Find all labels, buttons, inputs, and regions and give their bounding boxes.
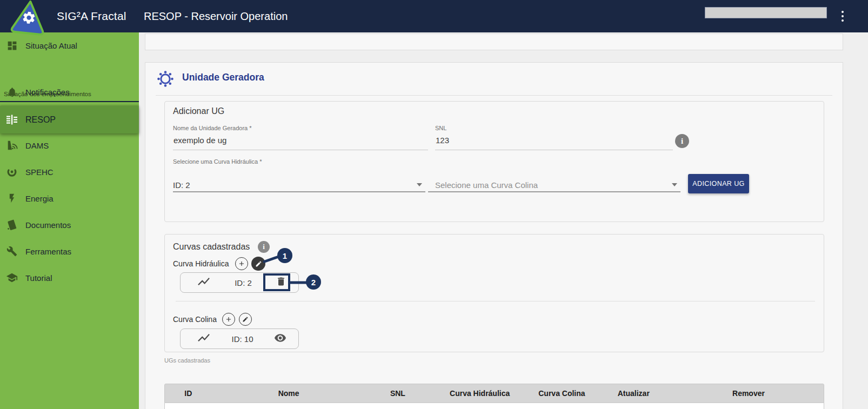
colina-chip-id: ID: 10 (231, 334, 253, 344)
kebab-menu-icon[interactable] (837, 6, 848, 26)
section-title: Unidade Geradora (182, 72, 264, 83)
curva-hidraulica-label: Curva Hidráulica (173, 259, 229, 268)
snl-info-icon[interactable]: i (675, 134, 689, 148)
sidebar-item-label: DAMS (25, 141, 49, 150)
sidebar-item-label: Energia (25, 194, 54, 203)
sidebar-item-ferramentas[interactable]: Ferramentas (0, 244, 139, 259)
line-chart-icon (197, 331, 211, 347)
colina-curve-select[interactable]: Selecione uma Curva Colina (428, 178, 680, 192)
sidebar-item-tutorial[interactable]: Tutorial (0, 270, 139, 285)
name-field-label: Nome da Unidade Geradora * (173, 125, 252, 131)
section-divider (156, 95, 832, 96)
curves-title: Curvas cadastradas (173, 242, 250, 252)
adicionar-ug-card (164, 101, 824, 222)
sidebar-item-label: SPEHC (25, 167, 54, 177)
sidebar-item-energia[interactable]: Energia (0, 191, 139, 206)
sidebar-item-label: Ferramentas (25, 247, 71, 256)
column-header-atualizar: Atualizar (594, 384, 673, 403)
graduation-cap-icon (5, 271, 18, 284)
edit-hydraulic-curve-button[interactable] (251, 257, 265, 271)
turbine-swirl-icon (5, 165, 18, 178)
sidebar-item-label: Notificações (25, 88, 70, 97)
hydraulic-curve-select[interactable]: ID: 2 (173, 178, 425, 192)
colina-curve-placeholder: Selecione uma Curva Colina (435, 180, 538, 190)
ugs-table: ID Nome SNL Curva Hidráulica Curva Colin… (164, 384, 824, 409)
sidebar-item-documentos[interactable]: Documentos (0, 217, 139, 232)
sidebar-item-label: RESOP (25, 115, 56, 125)
resop-app: SIG²A Fractal RESOP - Reservoir Operatio… (0, 0, 868, 409)
annotation-marker-1: 1 (277, 248, 292, 263)
sidebar-item-label: Situação Atual (25, 41, 77, 50)
add-hydraulic-curve-button[interactable] (235, 257, 248, 270)
chevron-down-icon (672, 183, 677, 186)
top-navbar: SIG²A Fractal RESOP - Reservoir Operatio… (0, 0, 868, 32)
wrench-icon (5, 245, 18, 258)
name-field-input[interactable] (173, 134, 428, 150)
adicionar-ug-button[interactable]: ADICIONAR UG (688, 174, 749, 193)
line-chart-icon (197, 274, 211, 291)
resop-bars-icon (5, 113, 18, 126)
table-row (164, 403, 824, 409)
topbar-placeholder-box[interactable] (705, 7, 827, 18)
sidebar-item-situacao-atual[interactable]: Situação Atual (0, 38, 139, 53)
eye-icon[interactable] (274, 332, 286, 346)
ugs-cadastradas-label: UGs cadastradas (164, 357, 210, 364)
column-header-curva-hidraulica: Curva Hidráulica (430, 384, 530, 403)
bell-icon (5, 85, 18, 98)
curva-hidraulica-row: Curva Hidráulica (173, 256, 229, 271)
sidebar-item-spehc[interactable]: SPEHC (0, 164, 139, 179)
sidebar-item-label: Documentos (25, 220, 71, 230)
turbine-gear-icon (156, 69, 175, 91)
snl-field-input[interactable] (435, 134, 673, 150)
top-empty-card (145, 33, 843, 50)
hydraulic-curve-selected-value: ID: 2 (173, 180, 190, 190)
column-header-snl: SNL (366, 384, 430, 403)
column-header-id: ID (165, 384, 212, 403)
sidebar-item-notificacoes[interactable]: Notificações (0, 84, 139, 99)
column-header-curva-colina: Curva Colina (530, 384, 593, 403)
colina-curve-chip: ID: 10 (180, 328, 299, 349)
curva-colina-label: Curva Colina (173, 315, 217, 324)
dashboard-icon (5, 39, 18, 52)
add-colina-curve-button[interactable] (222, 313, 235, 326)
snl-field-label: SNL (435, 125, 446, 131)
ugs-table-header: ID Nome SNL Curva Hidráulica Curva Colin… (164, 384, 824, 403)
add-ug-title: Adicionar UG (173, 106, 224, 116)
curves-divider (176, 301, 815, 301)
lightning-bolt-icon (5, 192, 18, 205)
column-header-nome: Nome (212, 384, 366, 403)
chevron-down-icon (417, 183, 422, 186)
curves-info-icon[interactable]: i (258, 241, 270, 253)
sidebar: Situação Atual Situação dos empreendimen… (0, 32, 139, 409)
sidebar-divider (0, 101, 139, 102)
hydraulic-chip-id: ID: 2 (235, 278, 252, 287)
curva-colina-row: Curva Colina (173, 312, 217, 327)
sig2a-logo (6, 0, 51, 40)
annotation-marker-2: 2 (306, 274, 321, 290)
sidebar-item-label: Tutorial (25, 273, 52, 283)
column-header-remover: Remover (673, 384, 824, 403)
sidebar-item-dams[interactable]: DAMS (0, 138, 139, 153)
hydraulic-select-label: Selecione uma Curva Hidráulica * (173, 158, 262, 165)
edit-colina-curve-button[interactable] (239, 313, 252, 326)
sidebar-item-resop[interactable]: RESOP (0, 106, 139, 133)
page-title: RESOP - Reservoir Operation (144, 0, 288, 32)
trash-icon[interactable] (276, 276, 286, 289)
document-book-icon (5, 218, 18, 231)
brand-title: SIG²A Fractal (57, 0, 126, 32)
dam-signal-icon (5, 139, 18, 152)
